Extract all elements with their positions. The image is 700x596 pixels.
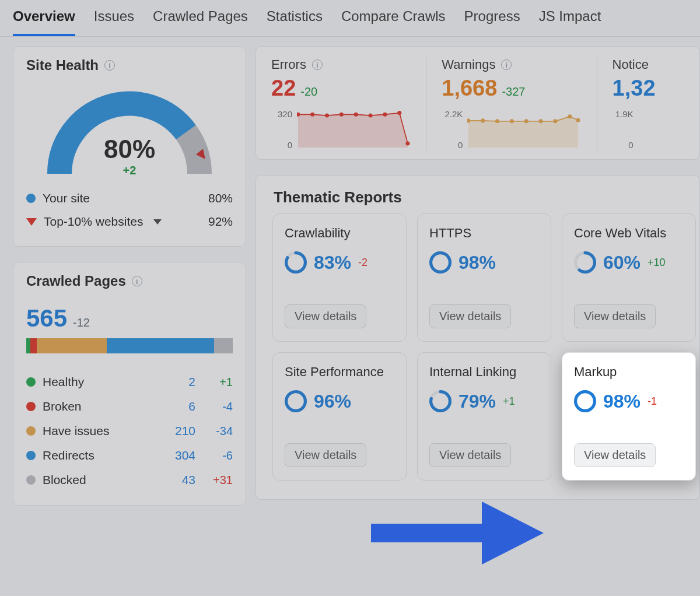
crawled-row-delta: -6 bbox=[198, 449, 233, 462]
svg-point-10 bbox=[405, 141, 410, 145]
crawled-row-label: Broken bbox=[26, 399, 158, 413]
donut-icon bbox=[429, 390, 452, 412]
errors-sparkline bbox=[297, 109, 411, 150]
info-icon[interactable]: i bbox=[104, 60, 115, 71]
svg-point-7 bbox=[369, 113, 373, 117]
svg-marker-1 bbox=[298, 113, 408, 148]
thematic-reports-card: Thematic Reports Crawlability 83%-2View … bbox=[256, 175, 700, 500]
svg-point-18 bbox=[554, 119, 558, 123]
card-title-label: Crawled Pages bbox=[26, 273, 126, 289]
svg-point-9 bbox=[397, 111, 401, 115]
view-details-button[interactable]: View details bbox=[285, 304, 366, 328]
top10-label: Top-10% websites bbox=[44, 215, 143, 229]
report-card-crawlability: Crawlability 83%-2View details bbox=[272, 213, 407, 342]
view-details-button[interactable]: View details bbox=[574, 304, 656, 328]
your-site-pct: 80% bbox=[208, 191, 233, 205]
dot-icon bbox=[26, 426, 36, 436]
bar-segment bbox=[30, 338, 37, 353]
crawled-pages-card: Crawled Pages i 565 -12 Healthy2+1Broken… bbox=[13, 262, 246, 506]
svg-point-20 bbox=[576, 118, 580, 122]
svg-point-5 bbox=[340, 113, 344, 117]
view-details-button[interactable]: View details bbox=[429, 304, 511, 328]
crawled-row-label: Healthy bbox=[26, 375, 158, 389]
report-card-internal-linking: Internal Linking 79%+1View details bbox=[417, 352, 551, 481]
tab-issues[interactable]: Issues bbox=[94, 8, 134, 34]
errors-delta: -20 bbox=[300, 85, 317, 99]
site-health-title: Site Health i bbox=[26, 57, 115, 73]
report-delta: -2 bbox=[358, 257, 368, 269]
donut-icon bbox=[285, 390, 307, 412]
crawled-row-label: Blocked bbox=[26, 473, 158, 487]
svg-point-3 bbox=[310, 113, 314, 117]
crawled-row-num: 2 bbox=[160, 375, 195, 389]
errors-label: Errors bbox=[271, 57, 306, 72]
view-details-button[interactable]: View details bbox=[574, 443, 656, 467]
donut-icon bbox=[574, 251, 596, 274]
notices-label: Notice bbox=[612, 57, 649, 72]
svg-point-6 bbox=[354, 113, 358, 117]
crawled-row: Broken6-4 bbox=[26, 394, 233, 419]
info-icon[interactable]: i bbox=[132, 276, 142, 286]
view-details-button[interactable]: View details bbox=[429, 443, 511, 467]
tab-js-impact[interactable]: JS Impact bbox=[539, 8, 601, 34]
info-icon[interactable]: i bbox=[501, 59, 512, 70]
warnings-label: Warnings bbox=[442, 57, 495, 72]
gauge-delta: +2 bbox=[104, 164, 155, 177]
report-card-https: HTTPS 98%View details bbox=[417, 213, 551, 342]
axis-label: 2.2K bbox=[442, 109, 463, 119]
crawled-row: Blocked43+31 bbox=[26, 468, 233, 492]
axis-label: 0 bbox=[612, 140, 634, 150]
top10-selector[interactable]: Top-10% websites bbox=[26, 215, 162, 229]
crawled-row-num: 304 bbox=[160, 448, 195, 462]
report-title: Site Performance bbox=[285, 364, 394, 380]
dot-icon bbox=[26, 402, 36, 411]
errors-value: 22 bbox=[271, 76, 296, 101]
issues-summary-card: Errors i 22 -20 320 0 bbox=[256, 46, 700, 160]
svg-point-32 bbox=[576, 392, 595, 411]
svg-point-24 bbox=[431, 253, 450, 272]
dot-icon bbox=[26, 377, 36, 387]
axis-label: 1.9K bbox=[612, 109, 634, 119]
tab-crawled-pages[interactable]: Crawled Pages bbox=[153, 8, 248, 34]
donut-icon bbox=[429, 251, 452, 274]
tab-compare-crawls[interactable]: Compare Crawls bbox=[341, 8, 446, 34]
top10-pct: 92% bbox=[208, 215, 233, 229]
donut-icon bbox=[574, 390, 596, 412]
crawled-row-label: Have issues bbox=[26, 424, 158, 438]
report-pct: 83% bbox=[314, 252, 351, 274]
report-card-core-web-vitals: Core Web Vitals 60%+10View details bbox=[562, 213, 696, 342]
axis-label: 320 bbox=[271, 109, 292, 119]
crawled-row-delta: +31 bbox=[198, 474, 233, 487]
tab-progress[interactable]: Progress bbox=[464, 8, 520, 34]
report-title: Markup bbox=[574, 364, 684, 380]
notices-value: 1,32 bbox=[612, 76, 656, 101]
triangle-down-icon bbox=[26, 218, 37, 226]
crawled-row-label: Redirects bbox=[26, 448, 158, 462]
tab-overview[interactable]: Overview bbox=[13, 8, 75, 36]
warnings-delta: -327 bbox=[502, 85, 525, 99]
report-title: HTTPS bbox=[429, 226, 539, 241]
report-pct: 79% bbox=[459, 391, 496, 412]
card-title-label: Site Health bbox=[26, 57, 99, 73]
your-site-label: Your site bbox=[43, 191, 90, 205]
svg-point-19 bbox=[568, 114, 572, 118]
crawled-row-delta: -4 bbox=[198, 400, 233, 413]
dot-icon bbox=[26, 475, 36, 485]
report-title: Crawlability bbox=[285, 226, 394, 241]
crawled-row: Have issues210-34 bbox=[26, 419, 233, 443]
crawled-row: Redirects304-6 bbox=[26, 443, 233, 468]
svg-point-17 bbox=[539, 119, 543, 123]
bar-segment bbox=[107, 338, 214, 353]
crawled-row-num: 6 bbox=[160, 399, 195, 413]
donut-icon bbox=[285, 251, 307, 274]
info-icon[interactable]: i bbox=[312, 59, 323, 70]
tab-statistics[interactable]: Statistics bbox=[267, 8, 323, 34]
report-delta: +1 bbox=[503, 395, 515, 408]
report-title: Internal Linking bbox=[429, 364, 539, 380]
dot-icon bbox=[26, 451, 36, 460]
view-details-button[interactable]: View details bbox=[285, 443, 366, 467]
dot-icon bbox=[26, 194, 36, 203]
report-pct: 60% bbox=[603, 252, 640, 274]
svg-point-8 bbox=[383, 113, 387, 117]
svg-point-4 bbox=[325, 113, 329, 117]
